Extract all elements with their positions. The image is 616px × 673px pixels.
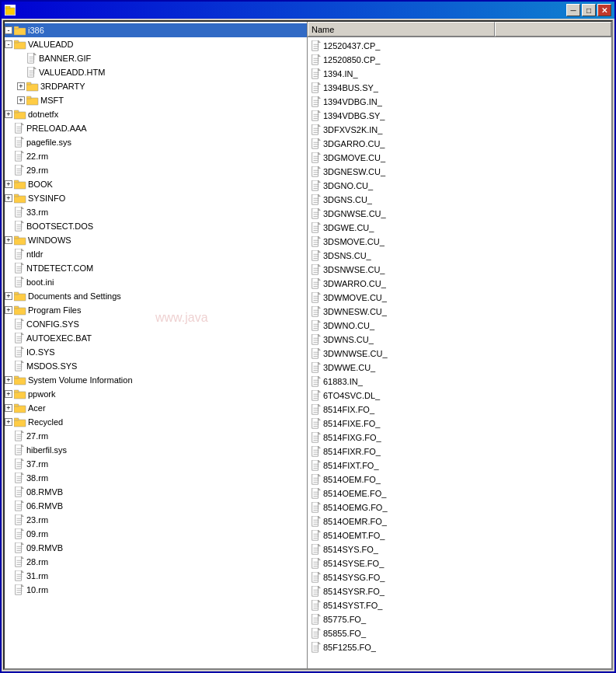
tree-item[interactable]: + System Volume Information [5,373,307,387]
list-item[interactable]: 8514OEMR.FO_ [308,514,611,528]
expand-button[interactable]: + [5,306,12,314]
tree-item[interactable]: NTDETECT.COM [5,261,307,275]
tree-item[interactable]: 27.rm [5,429,307,443]
list-item[interactable]: 3DSMOVE.CU_ [308,235,611,249]
tree-item[interactable]: 10.rm [5,583,307,597]
list-item[interactable]: 8514FIXE.FO_ [308,417,611,431]
list-item[interactable]: 8514FIX.FO_ [308,403,611,417]
list-item[interactable]: 3DWARRO.CU_ [308,277,611,291]
tree-item[interactable]: hiberfil.sys [5,443,307,457]
list-item[interactable]: 3DSNS.CU_ [308,249,611,263]
expand-button[interactable]: + [5,236,12,244]
list-item[interactable]: 8514FIXT.FO_ [308,459,611,472]
tree-item[interactable]: 37.rm [5,457,307,471]
list-item[interactable]: 3DWNESW.CU_ [308,305,611,319]
list-item[interactable]: 85775.FO_ [308,612,611,626]
tree-item[interactable]: 33.rm [5,205,307,219]
tree-item[interactable]: 28.rm [5,555,307,569]
tree-item[interactable]: BOOTSECT.DOS [5,219,307,233]
tree-item[interactable]: + Program Files [5,303,307,317]
list-item[interactable]: 85855.FO_ [308,626,611,640]
expand-button[interactable]: + [5,110,12,118]
list-item[interactable]: 12520850.CP_ [308,53,611,67]
tree-item[interactable]: + WINDOWS [5,233,307,247]
list-item[interactable]: 3DGARRO.CU_ [308,137,611,151]
list-item[interactable]: 3DGNESW.CU_ [308,165,611,179]
list-item[interactable]: 8514SYST.FO_ [308,598,611,612]
list-item[interactable]: 8514OEMG.FO_ [308,500,611,514]
list-item[interactable]: 3DGWE.CU_ [308,221,611,235]
list-item[interactable]: 3DGNS.CU_ [308,193,611,207]
tree-item[interactable]: + SYSINFO [5,191,307,205]
expand-button[interactable]: + [5,292,12,300]
tree-item[interactable]: 22.rm [5,149,307,163]
tree-item[interactable]: BANNER.GIF [5,51,307,65]
tree-item[interactable]: VALUEADD.HTM [5,65,307,79]
list-item[interactable]: 6TO4SVC.DL_ [308,389,611,403]
tree-item[interactable]: - i386 [5,23,307,37]
expand-button[interactable]: + [5,418,12,426]
col-size-button[interactable] [495,22,611,37]
list-item[interactable]: 1394BUS.SY_ [308,81,611,95]
list-item[interactable]: 8514FIXG.FO_ [308,431,611,445]
expand-button[interactable]: - [5,26,12,34]
tree-item[interactable]: pagefile.sys [5,135,307,149]
list-item[interactable]: 3DSNWSE.CU_ [308,263,611,277]
tree-item[interactable]: 23.rm [5,513,307,527]
expand-button[interactable]: - [5,40,12,48]
list-item[interactable]: 1394.IN_ [308,67,611,81]
list-item[interactable]: 8514SYSR.FO_ [308,584,611,598]
tree-item[interactable]: + MSFT [5,93,307,107]
tree-item[interactable]: - VALUEADD [5,37,307,51]
list-item[interactable]: 8514FIXR.FO_ [308,445,611,459]
expand-button[interactable]: + [5,390,12,398]
list-item[interactable]: 3DGNO.CU_ [308,179,611,193]
expand-button[interactable]: + [5,376,12,384]
tree-item[interactable]: AUTOEXEC.BAT [5,331,307,345]
list-item[interactable]: 3DFXVS2K.IN_ [308,123,611,137]
tree-item[interactable]: + Acer [5,401,307,415]
list-item[interactable]: 1394VDBG.SY_ [308,109,611,123]
col-name-button[interactable]: Name [308,22,495,37]
list-item[interactable]: 8514OEM.FO_ [308,472,611,486]
right-list[interactable]: 12520437.CP_ 12520850.CP_ 1394.IN_ 1394B… [308,37,611,668]
tree-item[interactable]: + Recycled [5,415,307,429]
tree-item[interactable]: + Documents and Settings [5,289,307,303]
tree-item[interactable]: 38.rm [5,471,307,485]
list-item[interactable]: 3DGMOVE.CU_ [308,151,611,165]
list-item[interactable]: 3DWNWSE.CU_ [308,347,611,361]
list-item[interactable]: 3DWMOVE.CU_ [308,291,611,305]
list-item[interactable]: 8514OEMT.FO_ [308,528,611,542]
tree-item[interactable]: IO.SYS [5,345,307,359]
left-tree[interactable]: - i386- VALUEADD BANNER.GIF VALUEADD.HTM… [5,22,307,668]
list-item[interactable]: 85F1255.FO_ [308,640,611,654]
list-item[interactable]: 61883.IN_ [308,375,611,389]
list-item[interactable]: 8514OEME.FO_ [308,486,611,500]
list-item[interactable]: 8514SYSG.FO_ [308,570,611,584]
list-item[interactable]: 12520437.CP_ [308,39,611,53]
tree-item[interactable]: 31.rm [5,569,307,583]
expand-button[interactable]: + [5,180,12,188]
list-item[interactable]: 1394VDBG.IN_ [308,95,611,109]
tree-item[interactable]: 29.rm [5,163,307,177]
close-button[interactable]: ✕ [597,4,611,16]
list-item[interactable]: 8514SYS.FO_ [308,542,611,556]
tree-item[interactable]: + BOOK [5,177,307,191]
list-item[interactable]: 8514SYSE.FO_ [308,556,611,570]
list-item[interactable]: 3DWNO.CU_ [308,319,611,333]
tree-item[interactable]: 09.RMVB [5,541,307,555]
tree-item[interactable]: + ppwork [5,387,307,401]
tree-item[interactable]: + 3RDPARTY [5,79,307,93]
list-item[interactable]: 3DWNS.CU_ [308,333,611,347]
tree-item[interactable]: 08.RMVB [5,485,307,499]
list-item[interactable]: 3DGNWSE.CU_ [308,207,611,221]
expand-button[interactable]: + [17,82,25,90]
tree-item[interactable]: 09.rm [5,527,307,541]
tree-item[interactable]: ntldr [5,247,307,261]
tree-item[interactable]: 06.RMVB [5,499,307,513]
list-item[interactable]: 3DWWE.CU_ [308,361,611,375]
tree-item[interactable]: + dotnetfx [5,107,307,121]
maximize-button[interactable]: □ [582,4,596,16]
expand-button[interactable]: + [5,194,12,202]
tree-item[interactable]: MSDOS.SYS [5,359,307,373]
